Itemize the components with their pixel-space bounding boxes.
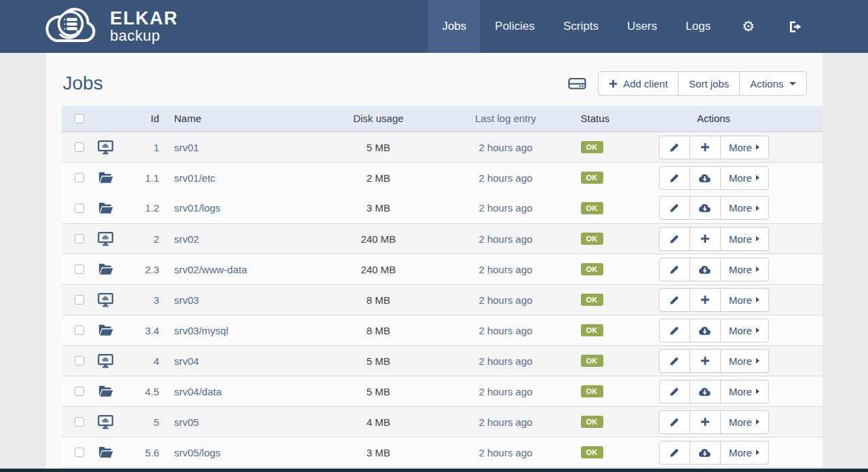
more-button[interactable]: More — [720, 166, 769, 190]
logout-button[interactable] — [772, 0, 819, 53]
row-checkbox[interactable] — [75, 264, 84, 274]
settings-button[interactable]: ⚙ — [725, 0, 772, 53]
more-label: More — [729, 355, 752, 367]
client-row: 4 srv04 5 MB 2 hours ago OK More — [62, 345, 823, 376]
row-checkbox[interactable] — [75, 142, 84, 152]
more-button[interactable]: More — [720, 410, 769, 434]
job-name-link[interactable]: srv01/logs — [174, 202, 221, 214]
nav-item-policies[interactable]: Policies — [480, 0, 549, 53]
add-job-button[interactable] — [690, 227, 721, 251]
row-checkbox[interactable] — [75, 417, 84, 427]
brand-logo[interactable]: ELKAR backup — [39, 0, 178, 53]
more-button[interactable]: More — [720, 288, 769, 312]
chevron-right-icon — [756, 450, 759, 455]
page-title: Jobs — [63, 73, 103, 94]
restore-backup-button[interactable] — [690, 380, 721, 404]
more-button[interactable]: More — [720, 136, 769, 159]
row-checkbox[interactable] — [75, 387, 84, 396]
storage-usage-button[interactable] — [568, 76, 586, 91]
row-action-buttons: More — [659, 136, 769, 159]
row-disk-usage: 240 MB — [321, 233, 436, 245]
restore-backup-button[interactable] — [690, 258, 721, 281]
more-button[interactable]: More — [720, 319, 769, 342]
job-name-link[interactable]: srv03 — [174, 294, 200, 306]
restore-backup-button[interactable] — [690, 319, 721, 342]
more-button[interactable]: More — [720, 227, 769, 251]
add-job-button[interactable] — [690, 288, 721, 312]
job-folder-icon — [98, 446, 113, 458]
more-button[interactable]: More — [720, 441, 769, 465]
edit-button[interactable] — [659, 380, 690, 404]
edit-button[interactable] — [659, 410, 690, 434]
more-button[interactable]: More — [720, 196, 769, 220]
row-checkbox[interactable] — [75, 295, 84, 304]
edit-button[interactable] — [659, 288, 690, 312]
job-name-link[interactable]: srv03/mysql — [174, 325, 229, 336]
job-name-link[interactable]: srv04 — [174, 355, 200, 367]
client-monitor-icon — [98, 140, 113, 155]
status-badge: OK — [581, 324, 603, 336]
edit-button[interactable] — [659, 319, 690, 342]
row-last-log-entry: 2 hours ago — [436, 233, 575, 245]
job-row: 1.1 srv01/etc 2 MB 2 hours ago OK More — [62, 162, 823, 193]
more-button[interactable]: More — [720, 258, 769, 281]
row-checkbox[interactable] — [75, 203, 84, 213]
add-client-button[interactable]: Add client — [598, 71, 679, 96]
edit-button[interactable] — [659, 258, 690, 281]
cloud-backup-logo-icon — [39, 5, 103, 47]
select-all-checkbox[interactable] — [75, 114, 84, 123]
edit-button[interactable] — [659, 227, 690, 251]
job-name-link[interactable]: srv01/etc — [174, 172, 216, 184]
bottom-edge-strip — [0, 469, 868, 472]
job-name-link[interactable]: srv02/www-data — [174, 264, 248, 275]
more-label: More — [729, 294, 752, 306]
status-column-header: Status — [575, 113, 643, 124]
job-name-link[interactable]: srv05/logs — [174, 447, 221, 458]
chevron-right-icon — [756, 389, 759, 394]
row-disk-usage: 3 MB — [321, 202, 436, 214]
row-last-log-entry: 2 hours ago — [436, 202, 575, 214]
job-folder-icon — [98, 263, 113, 275]
row-action-buttons: More — [659, 410, 769, 434]
row-checkbox[interactable] — [75, 326, 84, 335]
more-button[interactable]: More — [720, 380, 769, 404]
sort-jobs-button[interactable]: Sort jobs — [678, 71, 740, 96]
more-button[interactable]: More — [720, 349, 769, 373]
actions-dropdown-button[interactable]: Actions — [739, 71, 806, 96]
page-header: Jobs Add client — [46, 53, 823, 100]
restore-backup-button[interactable] — [690, 196, 721, 220]
row-checkbox[interactable] — [75, 356, 84, 366]
nav-item-jobs[interactable]: Jobs — [428, 0, 480, 53]
chevron-right-icon — [756, 328, 759, 333]
edit-button[interactable] — [659, 196, 690, 220]
add-job-button[interactable] — [690, 349, 721, 373]
brand-name: ELKAR backup — [110, 9, 178, 43]
edit-button[interactable] — [659, 441, 690, 465]
row-checkbox[interactable] — [75, 448, 84, 457]
edit-button[interactable] — [659, 349, 690, 373]
page-container: Jobs Add client — [46, 53, 823, 472]
job-name-link[interactable]: srv05 — [174, 416, 200, 428]
last-log-column-header: Last log entry — [436, 113, 575, 124]
restore-backup-button[interactable] — [690, 166, 721, 190]
row-id: 5.6 — [128, 447, 159, 458]
row-id: 5 — [128, 416, 159, 428]
add-job-button[interactable] — [690, 136, 721, 159]
chevron-right-icon — [756, 175, 759, 180]
row-id: 2 — [128, 233, 159, 245]
row-id: 3.4 — [128, 325, 159, 336]
edit-button[interactable] — [659, 166, 690, 190]
nav-item-logs[interactable]: Logs — [671, 0, 725, 53]
job-name-link[interactable]: srv01 — [174, 142, 200, 153]
restore-backup-button[interactable] — [690, 441, 721, 465]
nav-item-users[interactable]: Users — [613, 0, 671, 53]
edit-button[interactable] — [659, 136, 690, 159]
job-row: 2.3 srv02/www-data 240 MB 2 hours ago OK… — [62, 254, 823, 284]
add-job-button[interactable] — [690, 410, 721, 434]
row-checkbox[interactable] — [75, 173, 84, 182]
row-checkbox[interactable] — [75, 234, 84, 243]
row-disk-usage: 2 MB — [321, 172, 436, 184]
nav-item-scripts[interactable]: Scripts — [549, 0, 613, 53]
job-name-link[interactable]: srv04/data — [174, 386, 222, 397]
job-name-link[interactable]: srv02 — [174, 233, 200, 245]
